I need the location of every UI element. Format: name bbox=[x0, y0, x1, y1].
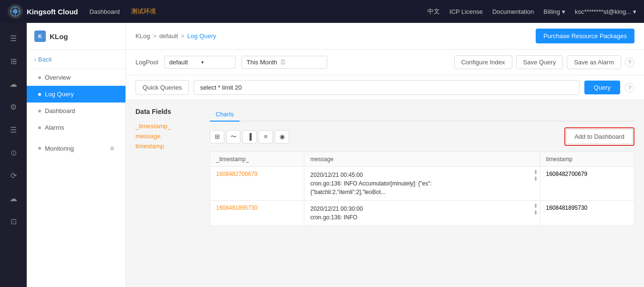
row1-message-cell: 2020/12/21 00:45:00cron.go:136: INFO Acc… bbox=[304, 167, 540, 201]
col-header-ts: timestamp bbox=[540, 152, 634, 167]
sidebar-item-log-query[interactable]: Log Query bbox=[27, 86, 125, 102]
service-header: K KLog bbox=[27, 23, 125, 50]
chart-tabs: Charts bbox=[210, 108, 634, 122]
support-icon[interactable]: ⊡ bbox=[6, 214, 21, 229]
back-chevron-icon: ‹ bbox=[34, 56, 36, 63]
settings-icon[interactable]: ⚙ bbox=[6, 99, 21, 114]
collapse-icon[interactable]: ≡ bbox=[106, 141, 118, 156]
billing-chevron-icon: ▾ bbox=[562, 8, 565, 15]
row1-message-text: 2020/12/21 00:45:00cron.go:136: INFO Acc… bbox=[310, 172, 432, 195]
row2-ts-cell: 1608481895730 bbox=[540, 201, 634, 226]
line-chart-icon[interactable]: 〜 bbox=[226, 130, 240, 144]
query-input[interactable] bbox=[194, 80, 579, 95]
analytics-icon[interactable]: ⊙ bbox=[6, 145, 21, 160]
toolbar-right: Configure Index Save Query Save as Alarm… bbox=[454, 55, 634, 69]
row2-timestamp-link[interactable]: 1608481895730 bbox=[216, 205, 258, 211]
col-header-message: message bbox=[304, 152, 540, 167]
logpool-value: default bbox=[169, 59, 198, 66]
breadcrumb-default[interactable]: default bbox=[159, 32, 178, 40]
bar-chart-icon[interactable]: ▐ bbox=[242, 130, 257, 144]
logo: Kingsoft Cloud bbox=[8, 4, 78, 19]
breadcrumb: KLog > default > Log Query bbox=[135, 32, 216, 40]
cloud-icon[interactable]: ☁ bbox=[6, 76, 21, 92]
row1-timestamp-cell: 1608482700679 bbox=[210, 167, 304, 201]
purchase-resource-packages-button[interactable]: Purchase Resource Packages bbox=[536, 29, 634, 43]
back-button[interactable]: ‹ Back bbox=[27, 50, 125, 69]
nav-icp[interactable]: ICP License bbox=[449, 8, 483, 15]
topnav: Kingsoft Cloud Dashboard 测试环境 中文 ICP Lic… bbox=[0, 0, 644, 23]
toolbar-help-icon[interactable]: ? bbox=[625, 58, 634, 67]
query-button[interactable]: Query bbox=[584, 81, 620, 94]
row2-scroll-icon[interactable]: ⬆⬇ bbox=[533, 203, 538, 216]
logo-text: Kingsoft Cloud bbox=[27, 8, 78, 16]
table-row: 1608481895730 2020/12/21 00:30:00cron.go… bbox=[210, 201, 634, 226]
breadcrumb-sep-1: > bbox=[153, 32, 156, 40]
quick-queries-button[interactable]: Quick Queries bbox=[135, 80, 189, 95]
row1-scroll-icon[interactable]: ⬆⬇ bbox=[533, 169, 538, 182]
storage-icon[interactable]: ☁ bbox=[6, 191, 21, 206]
sidebar-item-label-monitoring: Monitoring bbox=[45, 145, 74, 152]
date-picker[interactable]: This Month 🗓 bbox=[241, 56, 327, 69]
logpool-select[interactable]: default ▾ bbox=[164, 56, 236, 69]
list-view-icon[interactable]: ≡ bbox=[259, 130, 273, 144]
hamburger-menu-icon[interactable]: ☰ bbox=[6, 31, 21, 46]
sidebar-item-label-dashboard: Dashboard bbox=[45, 107, 75, 114]
nav-environment[interactable]: 测试环境 bbox=[131, 7, 156, 16]
nav-documentation[interactable]: Documentation bbox=[492, 8, 534, 15]
nav-dot-icon bbox=[38, 76, 41, 79]
sidebar-item-alarms[interactable]: Alarms bbox=[27, 119, 125, 136]
row2-message-cell: 2020/12/21 00:30:00cron.go:136: INFO ⬆⬇ bbox=[304, 201, 540, 226]
grid-icon[interactable]: ⊞ bbox=[6, 53, 21, 69]
nav-dot-icon bbox=[38, 110, 41, 113]
add-to-dashboard-button[interactable]: Add to Dashboard bbox=[566, 129, 633, 144]
network-icon[interactable]: ⟳ bbox=[6, 168, 21, 183]
tab-charts[interactable]: Charts bbox=[210, 108, 239, 122]
document-icon[interactable]: ☰ bbox=[6, 122, 21, 137]
layout: ☰ ⊞ ☁ ⚙ ☰ ⊙ ⟳ ☁ ⊡ K KLog ‹ Back Overview… bbox=[0, 23, 644, 287]
user-chevron-icon: ▾ bbox=[633, 8, 636, 15]
pie-chart-icon[interactable]: ◉ bbox=[275, 130, 289, 144]
field-message[interactable]: message bbox=[135, 131, 202, 141]
sidebar-item-label-log-query: Log Query bbox=[45, 91, 74, 98]
chart-panel: Charts ⊞ 〜 ▐ ≡ ◉ Add to Dashboard bbox=[210, 108, 634, 226]
row1-timestamp-link[interactable]: 1608482700679 bbox=[216, 171, 258, 177]
calendar-icon: 🗓 bbox=[280, 59, 286, 66]
nav-language[interactable]: 中文 bbox=[427, 7, 440, 16]
row2-timestamp-cell: 1608481895730 bbox=[210, 201, 304, 226]
data-table-wrapper: _timestamp_ message timestamp 1608482700… bbox=[210, 152, 634, 226]
data-fields-panel: Data Fields _timestamp_ message timestam… bbox=[135, 108, 202, 226]
back-label: Back bbox=[38, 56, 52, 63]
date-value: This Month bbox=[247, 59, 277, 66]
table-row: 1608482700679 2020/12/21 00:45:00cron.go… bbox=[210, 167, 634, 201]
query-help-icon[interactable]: ? bbox=[625, 83, 634, 92]
logo-icon bbox=[8, 4, 23, 19]
save-query-button[interactable]: Save Query bbox=[516, 55, 563, 69]
field-timestamp[interactable]: _timestamp_ bbox=[135, 121, 202, 131]
sidebar-item-dashboard[interactable]: Dashboard bbox=[27, 102, 125, 119]
table-view-icon[interactable]: ⊞ bbox=[210, 130, 224, 144]
col-header-timestamp: _timestamp_ bbox=[210, 152, 304, 167]
icon-sidebar: ☰ ⊞ ☁ ⚙ ☰ ⊙ ⟳ ☁ ⊡ bbox=[0, 23, 27, 287]
nav-billing[interactable]: Billing ▾ bbox=[543, 8, 565, 15]
nav-user[interactable]: ksc********st@king... ▾ bbox=[575, 8, 636, 15]
service-name: KLog bbox=[50, 32, 68, 41]
svg-point-1 bbox=[13, 9, 18, 14]
row2-message-text: 2020/12/21 00:30:00cron.go:136: INFO bbox=[310, 205, 363, 221]
sidebar-item-monitoring[interactable]: Monitoring ≡ bbox=[27, 136, 125, 161]
toolbar: LogPool default ▾ This Month 🗓 Configure… bbox=[126, 50, 644, 75]
chart-toolbar: ⊞ 〜 ▐ ≡ ◉ Add to Dashboard bbox=[210, 127, 634, 146]
save-as-alarm-button[interactable]: Save as Alarm bbox=[567, 55, 621, 69]
row1-ts-cell: 1608482700679 bbox=[540, 167, 634, 201]
logpool-label: LogPool bbox=[135, 59, 158, 66]
query-bar: Quick Queries Query ? bbox=[126, 75, 644, 100]
nav-dot-icon bbox=[38, 126, 41, 129]
field-ts[interactable]: timestamp bbox=[135, 141, 202, 151]
breadcrumb-sep-2: > bbox=[181, 32, 185, 40]
sidebar-item-label-alarms: Alarms bbox=[45, 124, 64, 131]
nav-dashboard[interactable]: Dashboard bbox=[89, 8, 120, 15]
sidebar-item-overview[interactable]: Overview bbox=[27, 69, 125, 86]
breadcrumb-klog[interactable]: KLog bbox=[135, 32, 150, 40]
configure-index-button[interactable]: Configure Index bbox=[454, 55, 512, 69]
results-area: Data Fields _timestamp_ message timestam… bbox=[126, 100, 644, 234]
add-dashboard-wrapper: Add to Dashboard bbox=[564, 127, 634, 146]
